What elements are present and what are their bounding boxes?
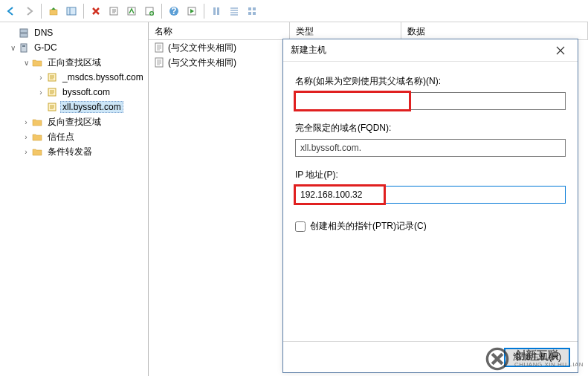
folder-open-icon <box>31 56 43 68</box>
tree-label: 正向查找区域 <box>45 56 103 69</box>
tree-reverse-zones[interactable]: › 反向查找区域 <box>0 114 148 129</box>
collapse-icon[interactable]: ∨ <box>7 44 18 52</box>
tree-server[interactable]: ∨ G-DC <box>0 40 148 55</box>
close-icon <box>556 46 565 55</box>
svg-rect-19 <box>22 45 25 47</box>
svg-rect-17 <box>20 33 28 37</box>
svg-rect-11 <box>217 7 219 15</box>
record-icon <box>153 56 165 68</box>
separator <box>83 4 84 19</box>
view-icon-button[interactable] <box>244 3 260 19</box>
svg-rect-24 <box>155 58 163 67</box>
svg-rect-23 <box>155 43 163 52</box>
svg-rect-13 <box>253 7 256 10</box>
server-icon <box>18 42 30 54</box>
list-header: 名称 类型 数据 <box>149 22 588 40</box>
dialog-titlebar: 新建主机 <box>283 39 578 62</box>
show-pane-button[interactable] <box>63 3 80 19</box>
folder-icon <box>31 146 43 158</box>
expand-icon[interactable]: › <box>36 88 46 97</box>
expand-icon[interactable]: › <box>21 148 31 156</box>
svg-text:?: ? <box>171 6 176 16</box>
svg-rect-12 <box>248 7 251 10</box>
watermark: 创新互联 CHUANG XIN HU LIAN <box>485 346 584 372</box>
watermark-logo-icon <box>485 346 510 372</box>
svg-rect-18 <box>21 44 27 52</box>
record-icon <box>153 42 165 54</box>
col-data[interactable]: 数据 <box>401 22 588 39</box>
tree-label: _msdcs.byssoft.com <box>60 72 146 82</box>
expand-icon[interactable]: › <box>21 133 31 141</box>
toolbar: ? <box>0 0 588 22</box>
tree-label: 条件转发器 <box>45 146 94 158</box>
col-type[interactable]: 类型 <box>290 22 401 39</box>
ip-input[interactable] <box>295 186 566 204</box>
separator <box>41 4 42 19</box>
col-name[interactable]: 名称 <box>149 22 290 39</box>
tree-forward-zones[interactable]: ∨ 正向查找区域 <box>0 55 148 70</box>
fqdn-input <box>295 139 566 157</box>
new-button[interactable] <box>141 3 158 19</box>
svg-rect-14 <box>248 12 251 15</box>
new-host-dialog: 新建主机 名称(如果为空则使用其父域名称)(N): 完全限定的域名(FQDN):… <box>282 39 578 373</box>
tree-dns-root[interactable]: DNS <box>0 25 148 40</box>
svg-rect-0 <box>50 10 57 15</box>
watermark-en: CHUANG XIN HU LIAN <box>514 362 584 369</box>
tree-label: 反向查找区域 <box>45 116 103 129</box>
close-button[interactable] <box>549 42 572 59</box>
watermark-text: 创新互联 CHUANG XIN HU LIAN <box>514 349 584 368</box>
ptr-checkbox-row[interactable]: 创建相关的指针(PTR)记录(C) <box>295 220 566 233</box>
dialog-body: 名称(如果为空则使用其父域名称)(N): 完全限定的域名(FQDN): IP 地… <box>283 62 578 341</box>
separator <box>204 4 204 19</box>
svg-rect-1 <box>67 7 76 15</box>
dialog-title: 新建主机 <box>291 44 326 56</box>
tree-zone-byssoft[interactable]: › byssoft.com <box>0 85 148 100</box>
watermark-cn: 创新互联 <box>514 349 584 362</box>
back-button[interactable] <box>3 3 19 19</box>
up-button[interactable] <box>45 3 62 19</box>
expand-icon[interactable]: › <box>36 74 46 82</box>
export-button[interactable] <box>123 3 140 19</box>
svg-rect-16 <box>20 29 28 33</box>
forward-button[interactable] <box>21 3 37 19</box>
tree-panel: DNS ∨ G-DC ∨ 正向查找区域 › _msdcs.byssoft.com… <box>0 22 149 376</box>
svg-rect-10 <box>213 7 216 15</box>
refresh-button[interactable] <box>106 3 122 19</box>
svg-rect-15 <box>253 12 256 15</box>
row-name: (与父文件夹相同) <box>168 56 236 69</box>
help-button[interactable]: ? <box>166 3 182 19</box>
tree-label: G-DC <box>32 42 59 53</box>
zone-icon <box>46 71 58 83</box>
name-label: 名称(如果为空则使用其父域名称)(N): <box>295 75 566 88</box>
zone-icon <box>46 86 58 98</box>
tree-label: 信任点 <box>45 131 77 143</box>
delete-button[interactable] <box>88 3 104 19</box>
name-input[interactable] <box>295 92 566 110</box>
zone-icon <box>46 101 58 113</box>
tree-label: byssoft.com <box>60 87 112 97</box>
tree-zone-xll[interactable]: xll.byssoft.com <box>0 100 148 114</box>
tree-conditional-forwarders[interactable]: › 条件转发器 <box>0 144 148 159</box>
view-list-button[interactable] <box>208 3 224 19</box>
collapse-icon[interactable]: ∨ <box>21 59 31 67</box>
run-button[interactable] <box>184 3 200 19</box>
ip-label: IP 地址(P): <box>295 169 566 181</box>
tree-zone-msdcs[interactable]: › _msdcs.byssoft.com <box>0 70 148 85</box>
tree-label: xll.byssoft.com <box>60 101 123 113</box>
expand-icon[interactable]: › <box>21 118 31 126</box>
fqdn-label: 完全限定的域名(FQDN): <box>295 122 566 134</box>
dns-icon <box>18 27 30 39</box>
tree-trust-points[interactable]: › 信任点 <box>0 129 148 144</box>
separator <box>161 4 162 19</box>
folder-icon <box>31 131 43 143</box>
ptr-checkbox[interactable] <box>295 221 306 232</box>
ptr-label: 创建相关的指针(PTR)记录(C) <box>310 220 427 233</box>
folder-icon <box>31 116 43 128</box>
view-detail-button[interactable] <box>226 3 242 19</box>
row-name: (与父文件夹相同) <box>168 42 236 54</box>
tree-label: DNS <box>32 27 55 38</box>
